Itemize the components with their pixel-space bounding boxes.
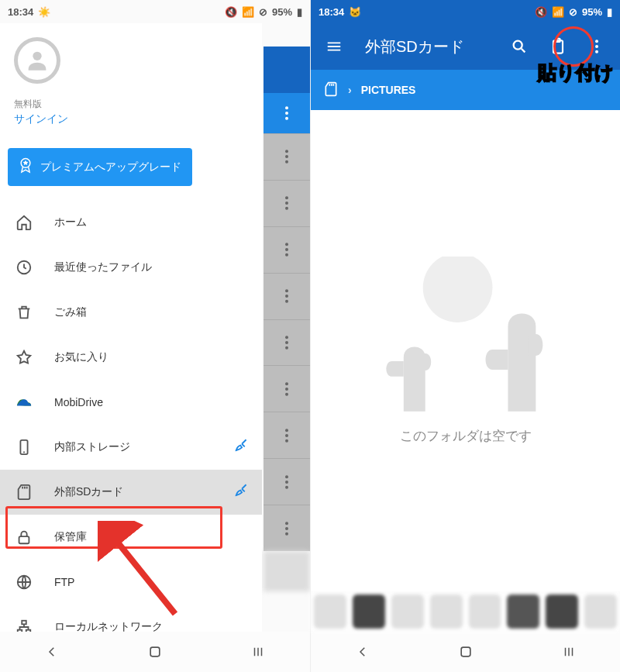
battery-icon: ▮ — [607, 6, 612, 18]
sidebar-item-internal-storage[interactable]: 内部ストレージ — [0, 425, 262, 470]
signin-link[interactable]: サインイン — [14, 112, 248, 126]
status-time: 18:34 — [8, 6, 33, 18]
svg-point-10 — [285, 248, 288, 251]
svg-point-4 — [285, 155, 288, 158]
mute-icon: 🔇 — [535, 6, 547, 18]
sd-card-icon — [16, 484, 33, 501]
clean-icon[interactable] — [234, 438, 251, 457]
page-title: 外部SDカード — [365, 36, 496, 57]
upgrade-button[interactable]: プレミアムへアップグレード — [8, 148, 192, 186]
sidebar-item-mobidrive[interactable]: MobiDrive — [0, 380, 262, 425]
overflow-icon[interactable] — [284, 105, 289, 121]
sidebar-item-favorites[interactable]: お気に入り — [0, 335, 262, 380]
globe-icon — [16, 574, 33, 591]
svg-rect-40 — [150, 647, 160, 656]
navigation-drawer: 無料版 サインイン プレミアムへアップグレード ホーム 最近使ったファイル ごみ — [0, 23, 262, 632]
system-nav-bar — [0, 632, 310, 672]
wifi-icon: 📶 — [552, 6, 564, 18]
svg-point-45 — [595, 45, 598, 48]
battery-text: 95% — [272, 6, 292, 18]
svg-point-16 — [285, 341, 288, 344]
avatar[interactable] — [14, 37, 60, 84]
svg-point-25 — [285, 481, 288, 484]
svg-point-28 — [285, 527, 288, 530]
sidebar-item-label: ホーム — [54, 215, 87, 229]
empty-illustration — [342, 257, 589, 412]
clean-icon[interactable] — [234, 483, 251, 502]
breadcrumb-path: PICTURES — [361, 84, 416, 96]
svg-point-20 — [285, 393, 288, 396]
sidebar-item-lan[interactable]: ローカルネットワーク — [0, 605, 262, 632]
svg-point-1 — [285, 112, 288, 115]
paste-clipboard-button[interactable] — [542, 31, 574, 62]
svg-point-47 — [423, 257, 493, 322]
sidebar-item-home[interactable]: ホーム — [0, 200, 262, 245]
svg-point-15 — [285, 336, 288, 339]
status-time: 18:34 — [319, 6, 344, 18]
app-bar: 外部SDカード — [311, 23, 620, 70]
mute-icon: 🔇 — [225, 6, 237, 18]
svg-point-9 — [285, 243, 288, 246]
svg-point-46 — [595, 50, 598, 53]
network-icon — [16, 619, 33, 632]
svg-point-44 — [595, 40, 598, 43]
status-bar: 18:34🐱 🔇 📶 ⊘ 95% ▮ — [311, 0, 620, 23]
system-nav-bar — [311, 632, 620, 672]
svg-point-22 — [285, 434, 288, 437]
svg-point-12 — [285, 289, 288, 292]
chevron-right-icon: › — [348, 84, 352, 96]
svg-point-19 — [285, 388, 288, 391]
sidebar-item-ftp[interactable]: FTP — [0, 560, 262, 605]
nav-home-icon[interactable] — [455, 641, 477, 663]
nodata-icon: ⊘ — [259, 6, 267, 18]
sd-card-icon — [323, 81, 339, 100]
svg-rect-34 — [19, 536, 29, 543]
breadcrumb[interactable]: › PICTURES — [311, 70, 620, 110]
folder-content-empty: このフォルダは空です — [311, 110, 620, 591]
dock-blurred — [311, 591, 620, 632]
svg-point-23 — [285, 439, 288, 442]
svg-point-0 — [285, 106, 288, 109]
svg-point-3 — [285, 150, 288, 153]
svg-point-24 — [285, 475, 288, 478]
sidebar-item-label: 最近使ったファイル — [54, 260, 152, 274]
phone-left: 18:34☀️ 🔇 📶 ⊘ 95% ▮ — [0, 0, 310, 672]
star-icon — [16, 349, 33, 366]
home-icon — [16, 214, 33, 231]
nav-back-icon[interactable] — [41, 641, 63, 663]
search-button[interactable] — [504, 31, 535, 62]
battery-text: 95% — [582, 6, 602, 18]
svg-point-18 — [285, 382, 288, 385]
ribbon-icon — [19, 157, 33, 177]
empty-text: このフォルダは空です — [400, 427, 532, 445]
sidebar-item-recent[interactable]: 最近使ったファイル — [0, 245, 262, 290]
nav-back-icon[interactable] — [352, 641, 374, 663]
svg-point-2 — [285, 117, 288, 120]
wifi-icon: 📶 — [242, 6, 254, 18]
svg-rect-36 — [22, 621, 26, 625]
nav-recent-icon[interactable] — [247, 641, 269, 663]
svg-point-29 — [285, 532, 288, 535]
svg-rect-48 — [461, 647, 470, 656]
sidebar-item-vault[interactable]: 保管庫 — [0, 515, 262, 560]
clock-icon — [16, 259, 33, 276]
svg-point-8 — [285, 207, 288, 210]
background-list-peek — [264, 47, 310, 591]
sidebar-item-external-sd[interactable]: 外部SDカード — [0, 470, 262, 515]
menu-button[interactable] — [319, 31, 350, 62]
svg-point-6 — [285, 197, 288, 200]
trash-icon — [16, 304, 33, 321]
phone-right: 18:34🐱 🔇 📶 ⊘ 95% ▮ 外部SDカード 貼り付け › PICTUR… — [310, 0, 620, 672]
svg-point-13 — [285, 295, 288, 298]
battery-icon: ▮ — [297, 6, 302, 18]
nodata-icon: ⊘ — [569, 6, 577, 18]
upgrade-label: プレミアムへアップグレード — [40, 160, 181, 174]
nav-home-icon[interactable] — [144, 641, 166, 663]
svg-point-14 — [285, 300, 288, 303]
sidebar-item-label: ローカルネットワーク — [54, 620, 163, 632]
overflow-button[interactable] — [581, 31, 612, 62]
svg-rect-37 — [18, 630, 22, 632]
sidebar-item-trash[interactable]: ごみ箱 — [0, 290, 262, 335]
nav-recent-icon[interactable] — [558, 641, 580, 663]
svg-point-21 — [285, 429, 288, 432]
